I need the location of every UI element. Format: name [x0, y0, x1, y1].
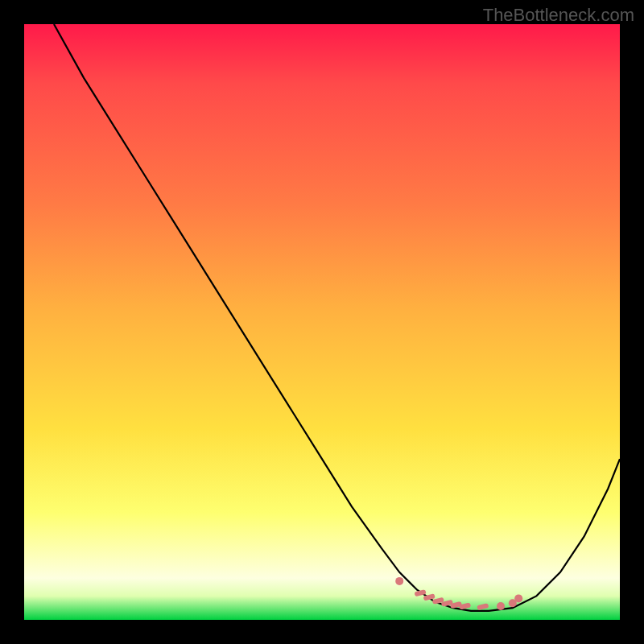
highlight-dash	[480, 606, 486, 608]
watermark-text: TheBottleneck.com	[483, 5, 634, 26]
bottleneck-curve-line	[54, 24, 620, 611]
highlight-dash	[417, 592, 423, 594]
chart-svg	[24, 24, 620, 620]
highlight-dash	[444, 602, 450, 604]
highlight-dash	[462, 605, 469, 607]
highlight-dash	[426, 597, 432, 598]
highlight-dot	[514, 594, 522, 602]
chart-frame	[24, 24, 620, 620]
highlight-dash	[435, 600, 441, 601]
highlight-dash	[453, 605, 460, 606]
highlight-dot	[497, 602, 505, 610]
highlight-dot	[395, 577, 403, 585]
optimal-zone-markers	[395, 577, 522, 610]
